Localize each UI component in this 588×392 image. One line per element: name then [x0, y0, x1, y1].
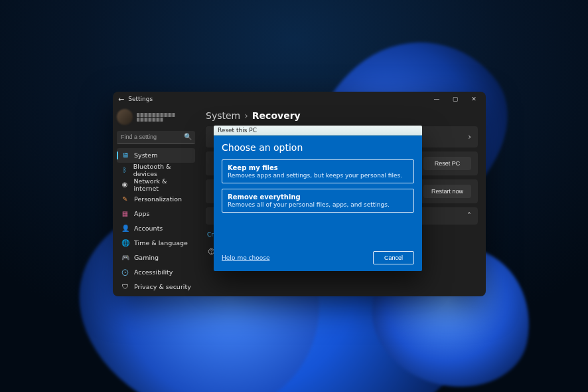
sidebar-item-label: Apps — [134, 210, 150, 217]
sidebar-item-gaming[interactable]: 🎮Gaming — [117, 250, 195, 265]
breadcrumb: System › Recovery — [206, 110, 478, 121]
sidebar-item-accounts[interactable]: 👤Accounts — [117, 221, 195, 236]
sidebar-item-network[interactable]: ◉Network & internet — [117, 177, 195, 192]
sidebar: 🔍 🖥SystemᛒBluetooth & devices◉Network & … — [113, 106, 199, 296]
search-box: 🔍 — [117, 129, 195, 144]
chevron-right-icon: › — [244, 110, 248, 121]
bluetooth-icon: ᛒ — [121, 165, 129, 174]
reset-pc-dialog: Reset this PC Choose an option Keep my f… — [214, 126, 422, 271]
chevron-right-icon: › — [468, 132, 471, 142]
breadcrumb-parent[interactable]: System — [206, 110, 240, 121]
sidebar-item-time-language[interactable]: 🌐Time & language — [117, 236, 195, 250]
close-button[interactable]: ✕ — [465, 92, 483, 106]
sidebar-item-apps[interactable]: ▦Apps — [117, 207, 195, 221]
window-controls: — ▢ ✕ — [427, 92, 483, 106]
help-me-choose-link[interactable]: Help me choose — [222, 254, 269, 261]
back-button[interactable]: ← — [118, 96, 124, 103]
option-description: Removes apps and settings, but keeps you… — [228, 172, 408, 179]
window-title: Settings — [128, 96, 153, 102]
sidebar-item-windows-update[interactable]: ⟳Windows Update — [117, 294, 195, 297]
minimize-button[interactable]: — — [427, 92, 446, 106]
shield-icon: 🛡 — [121, 282, 129, 291]
sidebar-item-system[interactable]: 🖥System — [117, 148, 195, 163]
accessibility-icon: ⨀ — [121, 268, 129, 276]
globe-icon: 🌐 — [121, 239, 129, 247]
sidebar-item-label: Time & language — [134, 239, 188, 246]
sidebar-item-label: Accessibility — [134, 268, 173, 276]
profile-text — [137, 113, 175, 122]
dialog-body: Choose an option Keep my files Removes a… — [214, 136, 422, 271]
sidebar-item-label: Gaming — [134, 254, 159, 261]
sidebar-item-label: Accounts — [134, 225, 163, 232]
display-icon: 🖥 — [121, 151, 129, 159]
svg-point-1 — [211, 252, 212, 253]
option-title: Remove everything — [228, 193, 408, 201]
sidebar-item-label: Network & internet — [133, 177, 191, 192]
maximize-button[interactable]: ▢ — [446, 92, 465, 106]
option-keep-my-files[interactable]: Keep my files Removes apps and settings,… — [222, 159, 414, 183]
avatar — [117, 109, 133, 125]
gamepad-icon: 🎮 — [121, 253, 129, 262]
option-title: Keep my files — [228, 164, 408, 171]
person-icon: 👤 — [121, 224, 129, 233]
sidebar-item-bluetooth[interactable]: ᛒBluetooth & devices — [117, 163, 195, 177]
nav-list: 🖥SystemᛒBluetooth & devices◉Network & in… — [117, 148, 195, 297]
profile-name-blurred — [137, 113, 175, 117]
apps-icon: ▦ — [121, 209, 129, 218]
chevron-up-icon: ˄ — [467, 211, 471, 221]
sidebar-item-privacy[interactable]: 🛡Privacy & security — [117, 280, 195, 294]
dialog-titlebar: Reset this PC — [214, 126, 422, 136]
paintbrush-icon: ✎ — [121, 195, 129, 203]
dialog-footer: Help me choose Cancel — [222, 247, 414, 264]
sidebar-item-personalization[interactable]: ✎Personalization — [117, 192, 195, 207]
restart-now-button[interactable]: Restart now — [423, 185, 471, 198]
search-icon: 🔍 — [184, 133, 192, 140]
option-remove-everything[interactable]: Remove everything Removes all of your pe… — [222, 189, 414, 213]
cancel-button[interactable]: Cancel — [373, 251, 414, 264]
option-description: Removes all of your personal files, apps… — [228, 201, 408, 208]
sidebar-item-label: Privacy & security — [134, 283, 191, 290]
user-profile[interactable] — [117, 109, 195, 125]
profile-email-blurred — [137, 118, 163, 122]
sidebar-item-label: Bluetooth & devices — [133, 163, 191, 177]
dialog-heading: Choose an option — [222, 142, 414, 153]
titlebar: ← Settings — ▢ ✕ — [113, 92, 486, 106]
sidebar-item-label: Personalization — [134, 195, 182, 203]
sidebar-item-accessibility[interactable]: ⨀Accessibility — [117, 265, 195, 280]
breadcrumb-current: Recovery — [252, 110, 301, 121]
wifi-icon: ◉ — [121, 180, 129, 189]
reset-pc-button[interactable]: Reset PC — [423, 157, 471, 170]
sidebar-item-label: System — [134, 151, 157, 159]
